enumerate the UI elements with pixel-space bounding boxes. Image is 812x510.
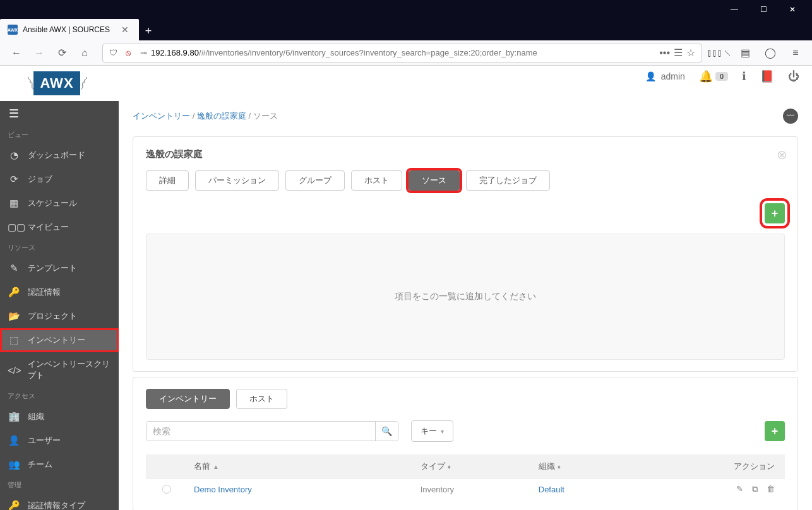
- row-org-link[interactable]: Default: [539, 485, 657, 494]
- sidebar-item-templates[interactable]: ✎テンプレート: [0, 256, 119, 280]
- row-name-link[interactable]: Demo Inventory: [194, 485, 421, 494]
- power-icon: ⏻: [788, 70, 799, 83]
- user-icon: 👤: [645, 71, 656, 81]
- search-submit-button[interactable]: 🔍: [375, 422, 398, 441]
- th-type[interactable]: タイプ ♦: [421, 461, 539, 472]
- copy-icon[interactable]: ⧉: [752, 484, 758, 494]
- panel-close-button[interactable]: ⊗: [777, 147, 787, 162]
- sort-icon: ♦: [558, 463, 561, 470]
- tab-close-button[interactable]: ✕: [121, 25, 131, 35]
- sidebar-item-label: ダッシュボード: [28, 150, 111, 161]
- search-input[interactable]: [146, 422, 375, 441]
- organizations-icon: 🏢: [8, 411, 20, 422]
- sidebar-item-credentials[interactable]: 🔑認証情報: [0, 280, 119, 304]
- info-button[interactable]: ℹ: [742, 69, 746, 83]
- user-menu[interactable]: 👤 admin: [645, 71, 685, 81]
- breadcrumb-inventory-name[interactable]: 逸般の誤家庭: [197, 111, 246, 121]
- templates-icon: ✎: [8, 263, 20, 274]
- add-inventory-button[interactable]: +: [765, 421, 785, 441]
- browser-toolbar: ← → ⟳ ⌂ 🛡 ⦸ ⊸ 192.168.9.80/#/inventories…: [0, 40, 812, 66]
- account-icon[interactable]: ◯: [760, 43, 780, 63]
- sidebar-item-inventory-scripts[interactable]: </>インベントリースクリプト: [0, 352, 119, 388]
- sidebar-item-jobs[interactable]: ⟳ジョブ: [0, 167, 119, 191]
- status-indicator-icon: [162, 485, 171, 494]
- sidebar-item-credential-types[interactable]: 🔑認証情報タイプ: [0, 494, 119, 510]
- nav-forward-button[interactable]: →: [29, 43, 49, 63]
- library-icon[interactable]: ⫿⫿⫿⟍: [710, 43, 730, 63]
- edit-icon[interactable]: ✎: [736, 484, 743, 494]
- nav-reload-button[interactable]: ⟳: [52, 43, 72, 63]
- notification-count: 0: [715, 72, 728, 81]
- plus-icon: +: [772, 425, 779, 438]
- th-org[interactable]: 組織 ♦: [539, 461, 657, 472]
- browser-menu-button[interactable]: ≡: [785, 43, 806, 63]
- sort-icon: ▲: [213, 463, 219, 470]
- th-action: アクション: [657, 461, 775, 472]
- browser-tab-active[interactable]: AWX Ansible AWX | SOURCES ✕: [0, 19, 139, 40]
- sidebar-item-schedules[interactable]: ▦スケジュール: [0, 191, 119, 215]
- sidebar-section-title: 管理: [0, 477, 119, 494]
- activity-stream-button[interactable]: 〰: [783, 109, 798, 124]
- tab-groups[interactable]: グループ: [285, 170, 345, 191]
- sidebar-item-label: プロジェクト: [28, 311, 111, 322]
- sidebar-item-label: マイビュー: [28, 222, 111, 233]
- key-dropdown-button[interactable]: キー: [411, 420, 453, 442]
- tab-hosts[interactable]: ホスト: [351, 170, 402, 191]
- window-titlebar: — ☐ ✕: [0, 0, 812, 19]
- sidebar-item-label: テンプレート: [28, 263, 111, 274]
- sidebar-item-label: 組織: [28, 411, 111, 422]
- plus-icon: +: [772, 207, 779, 220]
- book-icon: 📕: [760, 69, 774, 83]
- sidebar-item-myview[interactable]: ▢▢マイビュー: [0, 215, 119, 239]
- sidebar-item-users[interactable]: 👤ユーザー: [0, 429, 119, 453]
- search-icon: 🔍: [381, 426, 392, 436]
- th-name[interactable]: 名前 ▲: [194, 461, 421, 472]
- tab-details[interactable]: 詳細: [146, 170, 189, 191]
- reader-mode-icon[interactable]: ☰: [674, 47, 683, 59]
- new-tab-button[interactable]: +: [139, 21, 158, 40]
- schedules-icon: ▦: [8, 198, 20, 209]
- inventory-list-panel: インベントリー ホスト 🔍 キー +: [133, 377, 798, 510]
- docs-button[interactable]: 📕: [760, 69, 774, 83]
- inventory-tabs: 詳細 パーミッション グループ ホスト ソース 完了したジョブ: [146, 170, 785, 191]
- logout-button[interactable]: ⏻: [788, 70, 799, 83]
- sidebar-collapse-button[interactable]: ☰: [0, 101, 119, 126]
- notifications-button[interactable]: 🔔 0: [699, 69, 728, 83]
- window-minimize-button[interactable]: —: [720, 0, 749, 19]
- myview-icon: ▢▢: [8, 222, 20, 233]
- credentials-icon: 🔑: [8, 287, 20, 298]
- sidebar-item-teams[interactable]: 👥チーム: [0, 453, 119, 477]
- top-toolbar: 👤 admin 🔔 0 ℹ 📕 ⏻: [645, 69, 799, 83]
- sources-panel: ⊗ 逸般の誤家庭 詳細 パーミッション グループ ホスト ソース 完了したジョブ…: [133, 136, 798, 372]
- search-group: 🔍: [146, 421, 398, 441]
- sidebar-item-label: インベントリースクリプト: [28, 359, 111, 381]
- url-text: 192.168.9.80/#/inventories/inventory/6/i…: [151, 48, 655, 57]
- info-icon: ℹ: [742, 69, 746, 83]
- url-bar[interactable]: 🛡 ⦸ ⊸ 192.168.9.80/#/inventories/invento…: [102, 44, 702, 62]
- tab-completed-jobs[interactable]: 完了したジョブ: [466, 170, 550, 191]
- sidebar-section-title: リソース: [0, 239, 119, 256]
- nav-home-button[interactable]: ⌂: [75, 43, 95, 63]
- sidebar-item-label: チーム: [28, 459, 111, 470]
- tab-permissions[interactable]: パーミッション: [195, 170, 279, 191]
- window-close-button[interactable]: ✕: [778, 0, 807, 19]
- subtab-hosts[interactable]: ホスト: [236, 389, 287, 409]
- add-source-button[interactable]: +: [765, 203, 785, 223]
- sidebar-item-inventories[interactable]: ⬚インベントリー: [0, 328, 119, 352]
- sidebar-item-dashboard[interactable]: ◔ダッシュボード: [0, 143, 119, 167]
- sidebar-item-organizations[interactable]: 🏢組織: [0, 405, 119, 429]
- panel-title: 逸般の誤家庭: [146, 148, 785, 160]
- delete-icon[interactable]: 🗑: [767, 484, 775, 494]
- breadcrumb-inventories[interactable]: インベントリー: [133, 111, 190, 121]
- sidebar: ☰ ビュー◔ダッシュボード⟳ジョブ▦スケジュール▢▢マイビューリソース✎テンプレ…: [0, 66, 119, 510]
- sidebar-item-label: スケジュール: [28, 198, 111, 209]
- sidebar-toggle-icon[interactable]: ▤: [735, 43, 755, 63]
- nav-back-button[interactable]: ←: [6, 43, 27, 63]
- window-maximize-button[interactable]: ☐: [749, 0, 778, 19]
- tab-sources[interactable]: ソース: [409, 170, 460, 191]
- credential-types-icon: 🔑: [8, 500, 20, 510]
- subtab-inventories[interactable]: インベントリー: [146, 389, 230, 409]
- sidebar-item-projects[interactable]: 📂プロジェクト: [0, 304, 119, 328]
- bookmark-icon[interactable]: ☆: [686, 47, 695, 59]
- page-actions-icon[interactable]: •••: [659, 47, 670, 59]
